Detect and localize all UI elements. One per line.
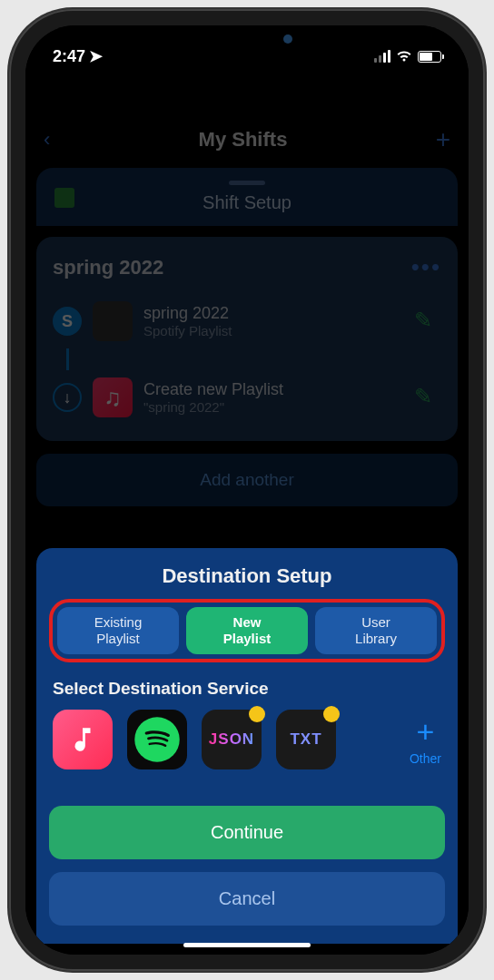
connector-line xyxy=(66,348,69,370)
segment-new-playlist[interactable]: New Playlist xyxy=(186,607,308,654)
card-title: spring 2022 xyxy=(53,256,163,279)
premium-badge-icon xyxy=(249,706,265,722)
sheet-handle-icon xyxy=(229,181,265,185)
step-dest-icon: ↓ xyxy=(53,383,82,412)
music-note-icon xyxy=(67,724,98,755)
cancel-button[interactable]: Cancel xyxy=(49,872,445,926)
download-icon xyxy=(54,188,74,208)
background-content: ‹ My Shifts + Shift Setup spring 2022 ••… xyxy=(25,71,469,506)
edit-icon: ✎ xyxy=(414,384,441,411)
playlist-thumb-icon xyxy=(93,301,133,341)
destination-title: Destination Setup xyxy=(49,564,445,588)
home-indicator[interactable] xyxy=(183,943,311,947)
source-sub: Spotify Playlist xyxy=(143,323,403,338)
page-title: My Shifts xyxy=(50,128,435,152)
step-source-icon: S xyxy=(53,307,82,336)
notch xyxy=(156,25,338,53)
add-icon: + xyxy=(436,125,450,154)
edit-icon: ✎ xyxy=(414,308,441,335)
wifi-icon xyxy=(396,50,412,63)
plus-icon: + xyxy=(417,714,435,750)
service-apple-music[interactable] xyxy=(53,710,113,769)
location-arrow-icon: ➤ xyxy=(89,46,103,66)
cellular-signal-icon xyxy=(374,50,390,63)
service-json[interactable]: JSON xyxy=(202,710,262,769)
service-list: JSON TXT + Other xyxy=(49,710,445,777)
segment-existing-playlist[interactable]: Existing Playlist xyxy=(57,607,179,654)
more-icon: ••• xyxy=(411,253,441,281)
sheet-title: Shift Setup xyxy=(54,192,440,213)
source-row: S spring 2022 Spotify Playlist ✎ xyxy=(53,294,441,348)
battery-icon xyxy=(418,51,441,63)
json-label: JSON xyxy=(209,730,254,749)
destination-sheet: Destination Setup Existing Playlist New … xyxy=(36,548,458,944)
shift-card: spring 2022 ••• S spring 2022 Spotify Pl… xyxy=(36,237,458,441)
destination-type-segments: Existing Playlist New Playlist User Libr… xyxy=(49,599,445,662)
back-icon: ‹ xyxy=(44,128,50,152)
status-time: 2:47 xyxy=(53,47,85,66)
service-txt[interactable]: TXT xyxy=(276,710,336,769)
dest-row: ↓ ♫ Create new Playlist "spring 2022" ✎ xyxy=(53,370,441,425)
service-other[interactable]: + Other xyxy=(410,714,441,766)
premium-badge-icon xyxy=(323,706,340,722)
spotify-icon xyxy=(133,715,182,764)
apple-music-thumb-icon: ♫ xyxy=(93,377,133,417)
dest-title: Create new Playlist xyxy=(143,380,403,399)
other-label: Other xyxy=(410,751,441,766)
add-another-button: Add another xyxy=(36,454,458,506)
phone-frame: 2:47 ➤ ‹ My Shifts + Shift xyxy=(9,9,485,971)
dest-sub: "spring 2022" xyxy=(143,399,403,415)
service-spotify[interactable] xyxy=(127,710,187,769)
source-title: spring 2022 xyxy=(143,304,403,323)
segment-user-library[interactable]: User Library xyxy=(315,607,437,654)
screen: 2:47 ➤ ‹ My Shifts + Shift xyxy=(25,25,469,955)
svg-point-0 xyxy=(134,717,180,762)
txt-label: TXT xyxy=(290,730,321,749)
sheet-header: Shift Setup xyxy=(36,168,458,226)
continue-button[interactable]: Continue xyxy=(49,806,445,859)
select-service-label: Select Destination Service xyxy=(49,679,445,699)
